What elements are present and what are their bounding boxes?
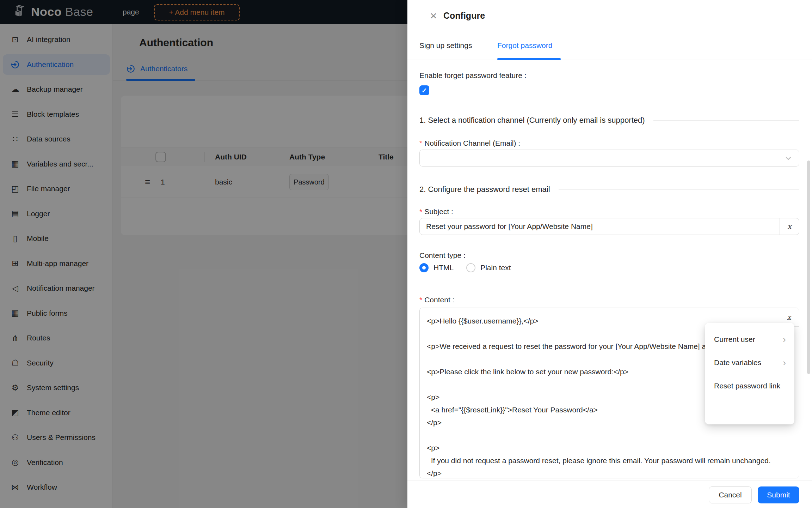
check-icon: ✓ xyxy=(422,86,427,95)
content-type-label: Content type : xyxy=(419,251,466,260)
section-divider xyxy=(653,120,799,121)
drawer-tab-active-indicator xyxy=(497,58,561,60)
cancel-button[interactable]: Cancel xyxy=(709,486,752,503)
configure-drawer: × Configure Sign up settings Forgot pass… xyxy=(407,0,812,508)
variable-menu-item-label: Date variables xyxy=(714,358,761,367)
chevron-right-icon: › xyxy=(783,358,786,367)
radio-plain-text[interactable]: Plain text xyxy=(466,263,511,272)
radio-selected-icon xyxy=(419,263,429,272)
radio-unselected-icon xyxy=(466,263,475,272)
drawer-tab-bar: Sign up settings Forgot password xyxy=(407,31,812,60)
required-mark: * xyxy=(419,207,422,216)
screen: NocoBase page + Add menu item ⊡ AI integ… xyxy=(0,0,812,508)
content-label: *Content : xyxy=(419,296,454,304)
variable-menu-item-label: Reset password link xyxy=(714,382,780,390)
submit-button[interactable]: Submit xyxy=(758,486,799,503)
required-mark: * xyxy=(419,296,422,304)
drawer-scrollbar-thumb[interactable] xyxy=(807,161,810,374)
chevron-right-icon: › xyxy=(783,335,786,344)
variable-menu-item[interactable]: Current user › xyxy=(705,328,794,351)
radio-html[interactable]: HTML xyxy=(419,263,454,272)
drawer-header: × Configure xyxy=(407,0,812,31)
content-type-radio-group: HTML Plain text xyxy=(419,263,511,272)
subject-input-group: Reset your password for [Your App/Websit… xyxy=(419,218,799,235)
subject-variable-button[interactable]: x xyxy=(780,218,799,235)
variable-menu-item[interactable]: Reset password link xyxy=(705,374,794,398)
drawer-footer: Cancel Submit xyxy=(407,480,812,508)
variable-dropdown-menu: Current user › Date variables › Reset pa… xyxy=(705,323,794,424)
section-heading-2: 2. Configure the password reset email xyxy=(419,185,799,194)
subject-label: *Subject : xyxy=(419,207,453,216)
variable-menu-item[interactable]: Date variables › xyxy=(705,351,794,374)
close-icon[interactable]: × xyxy=(426,6,441,25)
tab-forgot-password[interactable]: Forgot password xyxy=(497,31,552,60)
enable-feature-label: Enable forget password feature : xyxy=(419,71,527,80)
notification-channel-label: *Notification Channel (Email) : xyxy=(419,139,520,147)
enable-feature-checkbox[interactable]: ✓ xyxy=(419,85,429,95)
variable-menu-item-label: Current user xyxy=(714,335,755,344)
section-divider xyxy=(559,189,799,190)
notification-channel-select[interactable] xyxy=(419,150,799,167)
tab-sign-up-settings[interactable]: Sign up settings xyxy=(419,31,472,60)
drawer-title: Configure xyxy=(443,0,485,31)
required-mark: * xyxy=(419,139,422,147)
chevron-down-icon xyxy=(785,155,792,162)
section-heading-1: 1. Select a notification channel (Curren… xyxy=(419,116,799,125)
subject-input[interactable]: Reset your password for [Your App/Websit… xyxy=(420,218,780,235)
